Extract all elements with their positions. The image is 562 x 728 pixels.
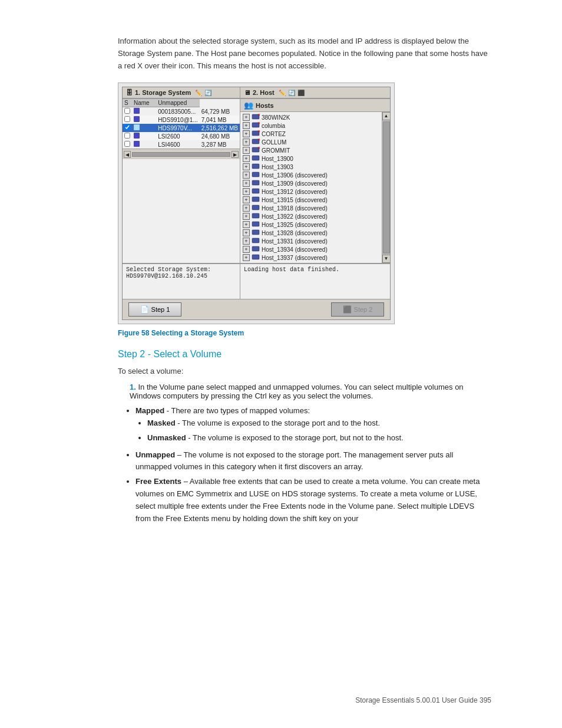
host-expand-btn[interactable]: +	[243, 122, 250, 129]
storage-panel-header: 🗄 1. Storage System ✏️ 🔄	[123, 87, 240, 98]
row-unmapped: 64,729 MB	[200, 107, 240, 116]
sub-bullet-label: Unmasked	[147, 433, 186, 442]
step1-button[interactable]: 📄 Step 1	[128, 302, 181, 317]
svg-rect-11	[252, 164, 259, 169]
host-expand-btn[interactable]: +	[243, 155, 250, 162]
step1-text: In the Volume pane select mapped and unm…	[130, 383, 464, 400]
host-refresh-icon[interactable]: 🔄	[288, 90, 295, 96]
host-list-item[interactable]: +Host_13912 (discovered)	[242, 187, 381, 196]
host-expand-btn[interactable]: +	[243, 114, 250, 121]
step2-label: Step 2	[354, 306, 373, 313]
intro-paragraph: Information about the selected storage s…	[118, 35, 491, 72]
host-list-item[interactable]: +Host_13925 (discovered)	[242, 220, 381, 229]
host-expand-btn[interactable]: +	[243, 238, 250, 245]
list-number-1: 1.	[130, 383, 136, 391]
host-icon: ✕	[252, 130, 260, 137]
scrollbar-thumb[interactable]	[383, 121, 390, 253]
host-expand-btn[interactable]: +	[243, 254, 250, 261]
row-name: 0001835005...	[156, 107, 199, 116]
host-list-item[interactable]: +Host_13928 (discovered)	[242, 229, 381, 237]
scroll-track[interactable]	[132, 152, 230, 157]
host-expand-btn[interactable]: +	[243, 130, 250, 137]
host-list-item[interactable]: +Host_13918 (discovered)	[242, 204, 381, 212]
storage-table-row[interactable]: HDS9910@1...7,041 MB	[123, 116, 240, 124]
scroll-left-btn[interactable]: ◀	[124, 151, 131, 158]
host-list-item[interactable]: +✕CORTEZ	[242, 130, 381, 138]
host-expand-btn[interactable]: +	[243, 205, 250, 212]
svg-rect-18	[252, 222, 259, 226]
host-list-item[interactable]: +✕columbia	[242, 121, 381, 130]
host-expand-btn[interactable]: +	[243, 213, 250, 220]
host-edit-icon[interactable]: ✏️	[279, 90, 286, 96]
host-icon: ✕	[252, 122, 260, 129]
host-expand-btn[interactable]: +	[243, 221, 250, 228]
row-checkbox[interactable]	[123, 140, 132, 149]
host-expand-btn[interactable]: +	[243, 229, 250, 236]
host-list-item[interactable]: +Host_13900	[242, 154, 381, 163]
step2-button[interactable]: ⬛ Step 2	[331, 302, 384, 317]
storage-hscrollbar[interactable]: ◀ ▶	[123, 149, 240, 159]
storage-refresh-icon[interactable]: 🔄	[204, 90, 211, 96]
svg-rect-19	[252, 230, 259, 235]
storage-status: Selected Storage System: HDS9970V@192.16…	[123, 263, 240, 299]
storage-table-row[interactable]: 0001835005...64,729 MB	[123, 107, 240, 116]
row-checkbox[interactable]	[123, 116, 132, 124]
scroll-right-btn[interactable]: ▶	[232, 151, 239, 158]
host-expand-btn[interactable]: +	[243, 172, 250, 179]
host-name-label: CORTEZ	[262, 131, 286, 137]
host-panel-header: 🖥 2. Host ✏️ 🔄 ⬛	[240, 87, 390, 98]
step2-icon: ⬛	[343, 305, 352, 314]
host-list-item[interactable]: +Host_13915 (discovered)	[242, 196, 381, 204]
host-expand-btn[interactable]: +	[243, 180, 250, 187]
figure-caption: Figure 58 Selecting a Storage System	[118, 329, 491, 337]
scrollbar-down-btn[interactable]: ▼	[382, 255, 391, 263]
svg-text:✕: ✕	[257, 114, 260, 117]
host-list-item[interactable]: +Host_13909 (discovered)	[242, 179, 381, 187]
svg-text:✕: ✕	[257, 147, 260, 150]
host-name-label: Host_13918 (discovered)	[262, 205, 328, 212]
storage-table-row[interactable]: LSI46003,287 MB	[123, 140, 240, 149]
host-icon: ✕	[252, 147, 260, 154]
panels-content-row: S Name Unmapped 0001835005...64,729 MBHD…	[123, 99, 390, 263]
host-expand-btn[interactable]: +	[243, 163, 250, 170]
row-disk-icon	[132, 132, 156, 140]
step1-icon: 📄	[140, 305, 149, 314]
row-checkbox[interactable]	[123, 124, 132, 132]
host-list-item[interactable]: +Host_13931 (discovered)	[242, 237, 381, 245]
host-list-item[interactable]: +✕GROMMIT	[242, 146, 381, 154]
storage-table-row[interactable]: HDS9970V...2,516,262 MB	[123, 124, 240, 132]
host-list-item[interactable]: +Host_13903	[242, 163, 381, 171]
svg-rect-17	[252, 213, 259, 218]
host-list-item[interactable]: +Host_13922 (discovered)	[242, 212, 381, 220]
row-name: LSI4600	[156, 140, 199, 149]
storage-edit-icon[interactable]: ✏️	[195, 90, 202, 96]
col-s: S	[123, 99, 132, 107]
host-list: +✕380WIN2K+✕columbia+✕CORTEZ+✕GOLLUM+✕GR…	[240, 112, 382, 263]
host-list-item[interactable]: +✕380WIN2K	[242, 113, 381, 121]
scrollbar-up-btn[interactable]: ▲	[382, 112, 391, 120]
figure-caption-label: Figure 58 Selecting a Storage System	[118, 329, 244, 337]
host-expand-btn[interactable]: +	[243, 246, 250, 253]
host-icon	[252, 188, 260, 195]
figure-inner: 🗄 1. Storage System ✏️ 🔄 🖥 2. Host ✏️ 🔄 …	[122, 87, 391, 320]
host-expand-btn[interactable]: +	[243, 188, 250, 195]
host-list-item[interactable]: +Host_13937 (discovered)	[242, 253, 381, 262]
host-name-label: Host_13903	[262, 164, 293, 170]
bullet-item: Unmapped – The volume is not exposed to …	[135, 449, 491, 474]
col-name: Name	[132, 99, 156, 107]
host-expand-btn[interactable]: +	[243, 139, 250, 146]
host-list-item[interactable]: +Host_13934 (discovered)	[242, 245, 381, 253]
host-vscrollbar[interactable]: ▲ ▼	[382, 112, 390, 263]
sub-bullet-text: - The volume is exposed to the storage p…	[176, 419, 380, 427]
storage-table-row[interactable]: LSI260024,680 MB	[123, 132, 240, 140]
host-list-item[interactable]: +✕GOLLUM	[242, 138, 381, 146]
host-expand-btn[interactable]: +	[243, 147, 250, 154]
row-checkbox[interactable]	[123, 132, 132, 140]
host-expand-btn[interactable]: +	[243, 196, 250, 203]
bullet-text: – The volume is not exposed to the stora…	[135, 450, 453, 472]
row-checkbox[interactable]	[123, 107, 132, 116]
hosts-group-icon: 👥	[244, 101, 253, 110]
host-list-item[interactable]: +Host_13906 (discovered)	[242, 171, 381, 179]
row-name: HDS9910@1...	[156, 116, 199, 124]
hosts-label: Hosts	[256, 102, 274, 109]
